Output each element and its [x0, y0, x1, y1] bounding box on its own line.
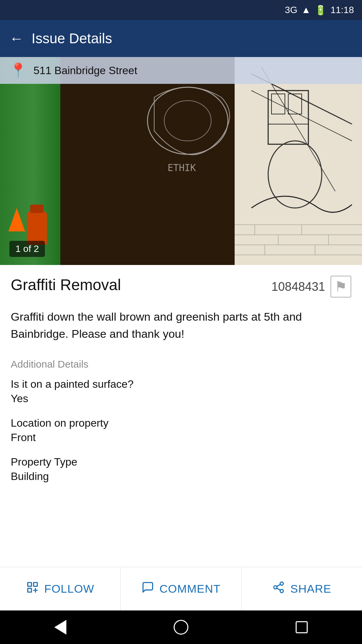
location-on-property-value: Front	[11, 431, 351, 444]
property-type-value: Building	[11, 470, 351, 483]
svg-line-37	[277, 588, 281, 590]
issue-description: Graffiti down the wall brown and greenis…	[11, 308, 351, 342]
svg-point-20	[268, 141, 322, 208]
location-bar: 📍 511 Bainbridge Street	[0, 57, 362, 84]
traffic-cone	[8, 208, 25, 231]
issue-title: Graffiti Removal	[11, 276, 121, 294]
nav-recents-button[interactable]	[292, 617, 312, 637]
location-pin-icon: 📍	[9, 63, 27, 77]
nav-home-icon	[174, 620, 188, 635]
location-address: 511 Bainbridge Street	[34, 64, 137, 77]
network-indicator: 3G	[285, 5, 297, 15]
svg-rect-31	[28, 583, 32, 586]
back-button[interactable]: ←	[9, 32, 23, 46]
comment-button[interactable]: COMMENT	[121, 567, 241, 610]
location-on-property-detail: Location on property Front	[11, 417, 351, 444]
painted-surface-detail: Is it on a painted surface? Yes	[11, 378, 351, 405]
comment-icon	[141, 581, 154, 597]
follow-label: FOLLOW	[44, 582, 95, 595]
signal-icon: ▲	[301, 5, 311, 15]
action-bar: FOLLOW COMMENT SHARE	[0, 567, 362, 610]
comment-label: COMMENT	[160, 582, 221, 595]
street-photo: ETHIK	[0, 57, 362, 265]
svg-line-38	[277, 584, 281, 586]
svg-text:ETHIK: ETHIK	[168, 162, 196, 173]
svg-rect-18	[288, 94, 302, 114]
wall-right	[235, 57, 362, 265]
status-bar: 3G ▲ 🔋 11:18	[0, 0, 362, 20]
wall-main: ETHIK	[60, 57, 235, 265]
wall-right-art	[235, 57, 362, 265]
nav-back-icon	[54, 620, 66, 635]
svg-line-15	[261, 67, 335, 191]
share-button[interactable]: SHARE	[242, 567, 362, 610]
issue-id-flag-group: 10848431 ⚑	[272, 276, 351, 298]
nav-back-button[interactable]	[50, 617, 70, 637]
battery-icon: 🔋	[315, 5, 326, 16]
android-nav-bar	[0, 610, 362, 644]
issue-photo-container: 📍 511 Bainbridge Street ETHIK	[0, 57, 362, 265]
svg-rect-33	[28, 588, 32, 592]
issue-id: 10848431	[272, 280, 325, 294]
page-title: Issue Details	[32, 31, 112, 47]
additional-details-label: Additional Details	[11, 359, 351, 370]
nav-recents-icon	[296, 621, 308, 633]
fire-hydrant	[27, 211, 47, 245]
property-type-detail: Property Type Building	[11, 456, 351, 483]
location-on-property-label: Location on property	[11, 417, 351, 429]
painted-surface-question: Is it on a painted surface?	[11, 378, 351, 390]
photo-page-indicator: 1 of 2	[9, 241, 45, 257]
time-display: 11:18	[330, 5, 354, 15]
share-icon	[272, 581, 285, 597]
issue-content: Graffiti Removal 10848431 ⚑ Graffiti dow…	[0, 265, 362, 483]
issue-header: Graffiti Removal 10848431 ⚑	[11, 276, 351, 298]
svg-rect-32	[34, 583, 37, 586]
flag-icon[interactable]: ⚑	[330, 276, 351, 298]
follow-icon	[26, 581, 39, 597]
follow-button[interactable]: FOLLOW	[0, 567, 121, 610]
painted-surface-answer: Yes	[11, 392, 351, 405]
nav-home-button[interactable]	[171, 617, 191, 637]
property-type-label: Property Type	[11, 456, 351, 468]
share-label: SHARE	[290, 582, 331, 595]
app-bar: ← Issue Details	[0, 20, 362, 57]
